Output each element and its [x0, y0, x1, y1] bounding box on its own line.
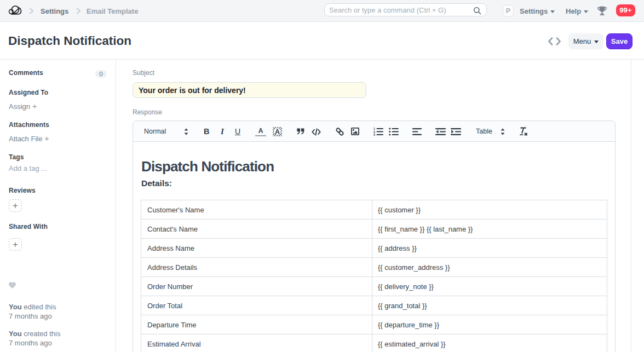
svg-text:3: 3 — [373, 133, 375, 136]
svg-text:A: A — [275, 128, 280, 136]
